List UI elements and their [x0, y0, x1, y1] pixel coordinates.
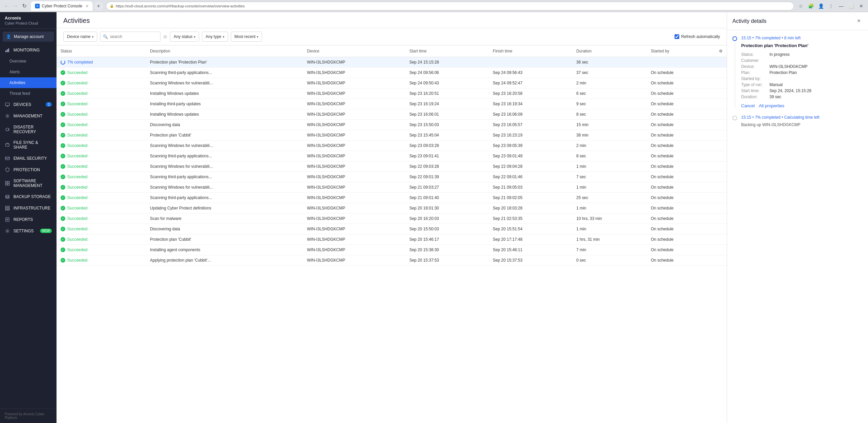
start-time-cell: Sep 23 16:06:01 [405, 109, 489, 120]
menu-button[interactable]: ⋮ [827, 2, 835, 10]
sidebar-item-software-mgmt[interactable]: SOFTWARE MANAGEMENT [0, 175, 57, 191]
detail-1-customer-row: Customer [741, 58, 863, 63]
url-text: https://eu8-cloud.acronis.com/ui/#/backu… [116, 4, 245, 8]
table-row[interactable]: ✓ Succeeded Scanning Windows for vulnera… [57, 161, 727, 172]
minimize-button[interactable]: — [837, 2, 845, 10]
browser-tab[interactable]: A Cyber Protect Console × [31, 1, 93, 11]
status-indicator: ✓ [61, 174, 65, 179]
app-wrapper: Acronis Cyber Protect Cloud 👤 Manage acc… [0, 12, 868, 423]
refresh-automatically-label[interactable]: Refresh automatically [675, 34, 720, 39]
table-row[interactable]: ✓ Succeeded Protection plan 'Cubbit' WIN… [57, 234, 727, 245]
duration-cell: 25 sec [572, 193, 647, 203]
device-cell: WIN-I3LSHDGKCMP [303, 161, 405, 172]
sidebar-item-monitoring[interactable]: MONITORING [0, 44, 57, 56]
start-time-cell: Sep 22 09:03:28 [405, 161, 489, 172]
logo-sub: Cyber Protect Cloud [5, 21, 52, 25]
sidebar-item-protection[interactable]: PROTECTION [0, 164, 57, 175]
sidebar-item-disaster-recovery[interactable]: DISASTER RECOVERY [0, 122, 57, 137]
table-row[interactable]: ✓ Succeeded Installing Windows updates W… [57, 89, 727, 99]
sidebar-item-management[interactable]: MANAGEMENT [0, 110, 57, 122]
sidebar-item-file-sync[interactable]: FILE SYNC & SHARE [0, 137, 57, 153]
table-row[interactable]: ✓ Succeeded Scanning Windows for vulnera… [57, 78, 727, 89]
backup-storage-icon [5, 194, 10, 199]
device-name-filter[interactable]: Device name ▾ [63, 32, 97, 42]
refresh-button[interactable]: ↻ [20, 2, 28, 10]
table-row[interactable]: ✓ Succeeded Installing Windows updates W… [57, 109, 727, 120]
refresh-checkbox[interactable] [675, 34, 679, 39]
sidebar-item-activities[interactable]: Activities [0, 77, 57, 88]
status-cell: ✓ Succeeded [57, 224, 146, 234]
finish-time-cell: Sep 22 09:04:28 [489, 161, 572, 172]
description-cell: Scanning Windows for vulnerabili... [146, 140, 303, 151]
sidebar-item-alerts[interactable]: Alerts [0, 67, 57, 77]
sidebar-item-email-security[interactable]: EMAIL SECURITY [0, 153, 57, 164]
sidebar-item-settings[interactable]: SETTINGS NEW [0, 225, 57, 237]
finish-time-cell: Sep 23 16:23:19 [489, 130, 572, 140]
device-cell: WIN-I3LSHDGKCMP [303, 255, 405, 266]
details-panel-close-button[interactable]: × [855, 17, 863, 25]
table-row[interactable]: ✓ Succeeded Installing third-party updat… [57, 99, 727, 109]
sidebar-item-reports[interactable]: REPORTS [0, 214, 57, 225]
tab-close[interactable]: × [86, 3, 89, 9]
all-properties-link[interactable]: All properties [759, 103, 784, 108]
new-tab-button[interactable]: + [94, 1, 103, 11]
detail-1-device-row: Device: WIN-I3LSHDGKCMP [741, 64, 863, 69]
detail-1-started-row: Started by: [741, 76, 863, 81]
manage-account-button[interactable]: 👤 Manage account [3, 32, 54, 42]
activities-toolbar: Device name ▾ 🔍 ⊘ Any status ▾ Any type … [57, 28, 727, 45]
svg-rect-4 [6, 106, 8, 106]
detail-1-starttime-row: Start time: Sep 24, 2024, 15:15:28 [741, 89, 863, 93]
sidebar-footer: Powered by Acronis Cyber Platform [0, 409, 57, 423]
extensions-button[interactable]: 🧩 [807, 2, 815, 10]
sidebar-item-threat-feed[interactable]: Threat feed [0, 88, 57, 99]
search-input[interactable] [110, 34, 157, 39]
back-button[interactable]: ← [3, 2, 11, 10]
type-filter[interactable]: Any type ▾ [202, 32, 228, 42]
address-bar[interactable]: 🔒 https://eu8-cloud.acronis.com/ui/#/bac… [106, 2, 794, 10]
started-by-cell: On schedule [647, 245, 715, 255]
table-row[interactable]: ✓ Succeeded Scanning third-party applica… [57, 193, 727, 203]
close-window-button[interactable]: ✕ [857, 2, 865, 10]
table-row[interactable]: ✓ Succeeded Scan for malware WIN-I3LSHDG… [57, 214, 727, 224]
table-row[interactable]: ✓ Succeeded Applying protection plan 'Cu… [57, 255, 727, 266]
table-row[interactable]: ✓ Succeeded Discovering data WIN-I3LSHDG… [57, 224, 727, 234]
sidebar-item-infrastructure[interactable]: INFRASTRUCTURE [0, 202, 57, 214]
table-row[interactable]: 7% completed Protection plan 'Protection… [57, 57, 727, 68]
table-row[interactable]: ✓ Succeeded Protection plan 'Cubbit' WIN… [57, 130, 727, 140]
duration-cell: 36 sec [572, 57, 647, 68]
table-row[interactable]: ✓ Succeeded Discovering data WIN-I3LSHDG… [57, 120, 727, 130]
sidebar-item-devices[interactable]: DEVICES 1 [0, 99, 57, 110]
status-text: 7% completed [67, 60, 93, 65]
status-text: Succeeded [67, 164, 88, 169]
table-row[interactable]: ✓ Succeeded Scanning third-party applica… [57, 68, 727, 78]
started-by-cell: On schedule [647, 255, 715, 266]
cancel-link[interactable]: Cancel [741, 103, 755, 108]
sidebar-item-backup-storage[interactable]: BACKUP STORAGE [0, 191, 57, 202]
sidebar-item-overview[interactable]: Overview [0, 56, 57, 67]
device-cell: WIN-I3LSHDGKCMP [303, 120, 405, 130]
forward-button[interactable]: → [11, 2, 20, 10]
detail-1-plan-name: Protection plan 'Protection Plan' [741, 43, 863, 48]
table-row[interactable]: ✓ Succeeded Scanning third-party applica… [57, 151, 727, 161]
table-row[interactable]: ✓ Succeeded Installing agent components … [57, 245, 727, 255]
sort-filter[interactable]: Most recent ▾ [231, 32, 262, 42]
table-row[interactable]: ✓ Succeeded Scanning Windows for vulnera… [57, 140, 727, 151]
software-mgmt-icon [5, 181, 10, 186]
sort-chevron-icon: ▾ [257, 35, 258, 39]
column-settings-icon[interactable]: ⚙ [719, 49, 723, 54]
table-row[interactable]: ✓ Succeeded Scanning Windows for vulnera… [57, 182, 727, 193]
maximize-button[interactable]: ⬜ [847, 2, 855, 10]
profile-button[interactable]: 👤 [817, 2, 825, 10]
table-row[interactable]: ✓ Succeeded Updating Cyber Protect defin… [57, 203, 727, 214]
status-filter[interactable]: Any status ▾ [170, 32, 199, 42]
row-actions-cell [715, 68, 727, 78]
start-time-cell: Sep 23 09:01:41 [405, 151, 489, 161]
duration-cell: 8 sec [572, 151, 647, 161]
status-text: Succeeded [67, 102, 88, 106]
row-actions-cell [715, 140, 727, 151]
description-cell: Protection plan 'Cubbit' [146, 234, 303, 245]
status-indicator: ✓ [61, 102, 65, 106]
bookmark-button[interactable]: ☆ [797, 2, 805, 10]
table-row[interactable]: ✓ Succeeded Scanning third-party applica… [57, 172, 727, 182]
device-cell: WIN-I3LSHDGKCMP [303, 99, 405, 109]
